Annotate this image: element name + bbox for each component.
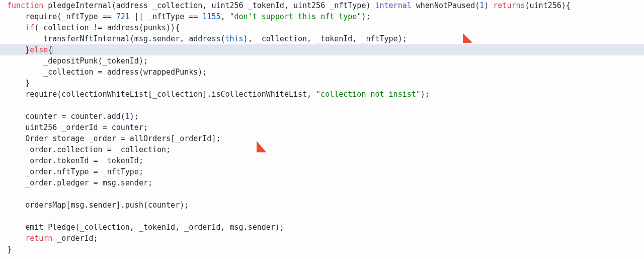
token: function	[7, 1, 43, 10]
text-cursor	[52, 46, 52, 54]
code-line: transferNftInternal(msg.sender, address(…	[0, 33, 644, 44]
token: transferNftInternal(msg.sender, address(	[43, 34, 225, 43]
token: _orderId;	[52, 234, 98, 243]
token: ordersMap[msg.sender].push(counter);	[25, 201, 189, 210]
token: _order.pledger = msg.sender;	[25, 178, 152, 187]
token: );	[361, 12, 370, 21]
token: }	[25, 45, 30, 54]
code-line	[0, 100, 644, 111]
code-line: _depositPunk(_tokenId);	[0, 55, 644, 67]
token: "don't support this nft type"	[230, 12, 362, 21]
token: 1	[125, 112, 130, 121]
token: "collection not insist"	[316, 90, 421, 99]
token: internal	[375, 1, 412, 10]
code-line	[0, 211, 644, 222]
code-line: return _orderId;	[0, 233, 644, 244]
code-line: }else{	[0, 44, 644, 55]
token: uint256 _orderId = counter;	[25, 123, 148, 132]
token: (_collection != address(punks)){	[34, 23, 180, 32]
token: ), _collection, _tokenId, _nftType);	[244, 34, 407, 43]
token: ,	[220, 12, 229, 21]
token: Order storage _order = allOrders[_orderI…	[25, 134, 220, 143]
code-line: Order storage _order = allOrders[_orderI…	[0, 133, 644, 144]
code-line: _collection = address(wrappedPunks);	[0, 67, 644, 78]
token: _depositPunk(_tokenId);	[43, 56, 148, 66]
token: );	[130, 112, 139, 121]
token: this	[225, 34, 243, 43]
token: pledgeInternal(address _collection, uint…	[48, 1, 370, 10]
token: _order.collection = _collection;	[25, 145, 171, 154]
code-line: if(_collection != address(punks)){	[0, 22, 644, 33]
code-line: counter = counter.add(1);	[0, 111, 644, 122]
code-line: _order.tokenId = _tokenId;	[0, 155, 644, 166]
token: return	[25, 234, 52, 243]
token: emit Pledge(_collection, _tokenId, _orde…	[25, 223, 284, 232]
token: );	[421, 90, 430, 99]
code-line: }	[0, 78, 644, 89]
code-line: uint256 _orderId = counter;	[0, 122, 644, 133]
code-line: }	[0, 244, 644, 255]
token: (uint256){	[525, 1, 571, 10]
token: _collection = address(wrappedPunks);	[43, 68, 207, 77]
token: 1	[479, 1, 484, 10]
code-line: _order.nftType = _nftType;	[0, 166, 644, 177]
token: _order.nftType = _nftType;	[25, 167, 143, 176]
token: }	[25, 79, 30, 88]
token: returns	[493, 1, 525, 10]
code-line: require(_nftType == 721 || _nftType == 1…	[0, 11, 644, 22]
token: whenNotPaused(	[416, 1, 479, 10]
token: 1155	[202, 12, 220, 21]
code-line: ordersMap[msg.sender].push(counter);	[0, 200, 644, 211]
code-line: require(collectionWhiteList[_collection]…	[0, 89, 644, 100]
code-line: _order.collection = _collection;	[0, 144, 644, 155]
code-block: function pledgeInternal(address _collect…	[0, 0, 644, 255]
token: counter = counter.add(	[25, 112, 125, 121]
token: }	[7, 245, 12, 254]
token: if	[25, 23, 34, 32]
token: || _nftType ==	[130, 12, 203, 21]
code-line: function pledgeInternal(address _collect…	[0, 0, 644, 11]
token: 721	[116, 12, 130, 21]
token: require(collectionWhiteList[_collection]…	[25, 90, 316, 99]
code-line	[0, 188, 644, 200]
token: require(_nftType ==	[25, 12, 116, 21]
code-line: emit Pledge(_collection, _tokenId, _orde…	[0, 222, 644, 233]
token: else	[30, 45, 48, 54]
token: )	[484, 1, 493, 10]
code-line: _order.pledger = msg.sender;	[0, 177, 644, 188]
token: _order.tokenId = _tokenId;	[25, 156, 143, 165]
